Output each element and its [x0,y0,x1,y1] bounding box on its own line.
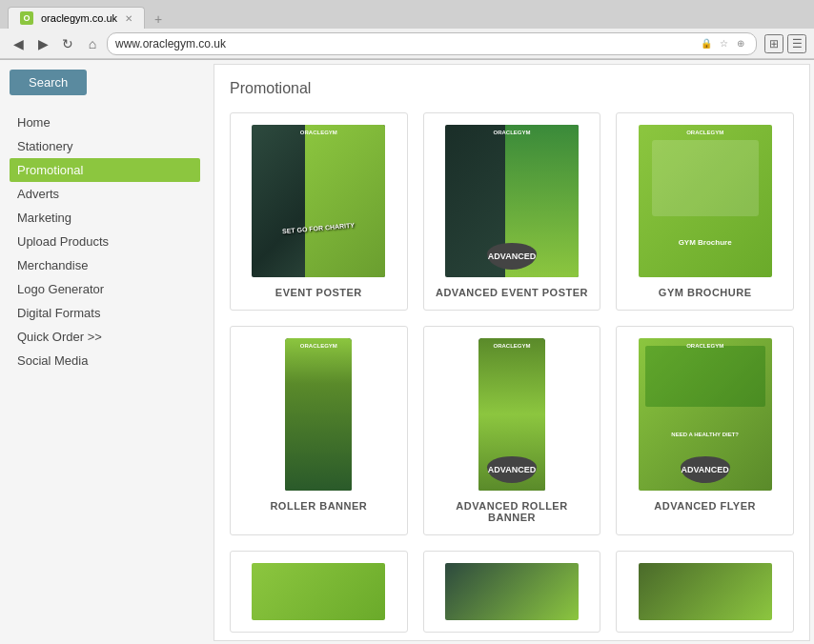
sidebar-item-adverts[interactable]: Adverts [10,182,200,206]
product-image-event-poster: ORACLEGYM [252,125,385,277]
product-label-advanced-roller-banner: ADVANCED ROLLER BANNER [436,500,589,523]
product-card-event-poster[interactable]: ORACLEGYM EVENT POSTER [230,112,408,311]
page-layout: Search Home Stationery Promotional Adver… [0,60,814,644]
search-button[interactable]: Search [10,70,87,95]
product-image-advanced-event-poster: ORACLEGYM ADVANCED [445,125,579,277]
navigation-bar: ◀ ▶ ↻ ⌂ www.oraclegym.co.uk 🔒 ☆ ⊕ ⊞ ☰ [0,29,814,59]
sidebar-item-marketing[interactable]: Marketing [10,206,200,230]
sidebar: Search Home Stationery Promotional Adver… [0,60,210,644]
sidebar-item-upload-products[interactable]: Upload Products [10,230,200,253]
partial-product-card-2[interactable] [423,551,601,633]
main-content: Promotional ORACLEGYM EVENT POSTER ORACL… [214,64,810,641]
product-card-advanced-flyer[interactable]: ORACLEGYM ADVANCED ADVANCED FLYER [616,326,794,535]
address-bar[interactable]: www.oraclegym.co.uk 🔒 ☆ ⊕ [107,32,757,55]
product-logo: ORACLEGYM [300,130,337,135]
page-title: Promotional [230,80,794,97]
partial-products-row [230,551,794,633]
product-image-container: ORACLEGYM ADVANCED [639,338,772,491]
home-button[interactable]: ⌂ [82,33,103,54]
sidebar-item-promotional[interactable]: Promotional [10,158,200,182]
partial-product-image-3 [639,563,772,620]
zoom-icon[interactable]: ⊕ [733,36,748,51]
product-label-gym-brochure: GYM BROCHURE [659,287,752,298]
product-image-gym-brochure: ORACLEGYM [639,125,772,277]
product-card-advanced-event-poster[interactable]: ORACLEGYM ADVANCED ADVANCED EVENT POSTER [423,112,601,311]
sidebar-item-digital-formats[interactable]: Digital Formats [10,301,200,325]
partial-product-card-1[interactable] [230,551,408,633]
advanced-badge: ADVANCED [681,456,730,483]
partial-product-image-2 [445,563,579,620]
address-bar-icons: 🔒 ☆ ⊕ [699,36,748,51]
product-image-roller-banner: ORACLEGYM [285,338,352,491]
sidebar-item-merchandise[interactable]: Merchandise [10,253,200,277]
star-icon[interactable]: ☆ [716,36,731,51]
partial-product-image-1 [252,563,385,620]
product-image-container: ORACLEGYM ADVANCED [445,125,579,277]
product-logo: ORACLEGYM [493,343,530,349]
product-logo: ORACLEGYM [686,130,723,135]
product-image-container: ORACLEGYM [252,125,385,277]
product-label-advanced-event-poster: ADVANCED EVENT POSTER [436,287,588,298]
tab-label: oraclegym.co.uk [41,12,117,24]
product-card-roller-banner[interactable]: ORACLEGYM ROLLER BANNER [230,326,408,535]
new-tab-button[interactable]: + [149,10,168,29]
browser-action-buttons: ⊞ ☰ [764,34,806,53]
product-image-advanced-flyer: ORACLEGYM ADVANCED [639,338,772,491]
product-image-container: ORACLEGYM [280,338,356,491]
advanced-badge: ADVANCED [487,243,537,270]
product-card-gym-brochure[interactable]: ORACLEGYM GYM BROCHURE [616,112,794,311]
url-display: www.oraclegym.co.uk [115,37,693,50]
product-label-event-poster: EVENT POSTER [275,287,362,298]
tab-close-button[interactable]: ✕ [125,13,132,24]
lock-icon: 🔒 [699,36,714,51]
partial-product-card-3[interactable] [616,551,794,633]
extensions-button[interactable]: ⊞ [764,34,783,53]
sidebar-item-social-media[interactable]: Social Media [10,349,200,372]
sidebar-item-logo-generator[interactable]: Logo Generator [10,277,200,301]
tab-favicon: O [20,11,33,25]
product-logo: ORACLEGYM [493,130,530,135]
product-logo: ORACLEGYM [686,343,723,349]
menu-button[interactable]: ☰ [787,34,806,53]
sidebar-item-stationery[interactable]: Stationery [10,134,200,158]
browser-chrome: O oraclegym.co.uk ✕ + ◀ ▶ ↻ ⌂ www.oracle… [0,0,814,60]
product-image-container: ORACLEGYM [639,125,772,277]
navigation-menu: Home Stationery Promotional Adverts Mark… [10,111,200,372]
product-card-advanced-roller-banner[interactable]: ORACLEGYM ADVANCED ADVANCED ROLLER BANNE… [423,326,601,535]
product-label-roller-banner: ROLLER BANNER [270,500,367,512]
back-button[interactable]: ◀ [8,33,29,54]
browser-tab[interactable]: O oraclegym.co.uk ✕ [8,7,145,29]
tab-bar: O oraclegym.co.uk ✕ + [0,0,814,29]
sidebar-item-home[interactable]: Home [10,111,200,134]
product-logo: ORACLEGYM [300,343,337,349]
product-image-container: ORACLEGYM ADVANCED [474,338,550,491]
sidebar-item-quick-order[interactable]: Quick Order >> [10,325,200,349]
refresh-button[interactable]: ↻ [57,33,78,54]
forward-button[interactable]: ▶ [32,33,53,54]
product-label-advanced-flyer: ADVANCED FLYER [654,500,756,512]
products-grid: ORACLEGYM EVENT POSTER ORACLEGYM ADVANCE… [230,112,794,535]
